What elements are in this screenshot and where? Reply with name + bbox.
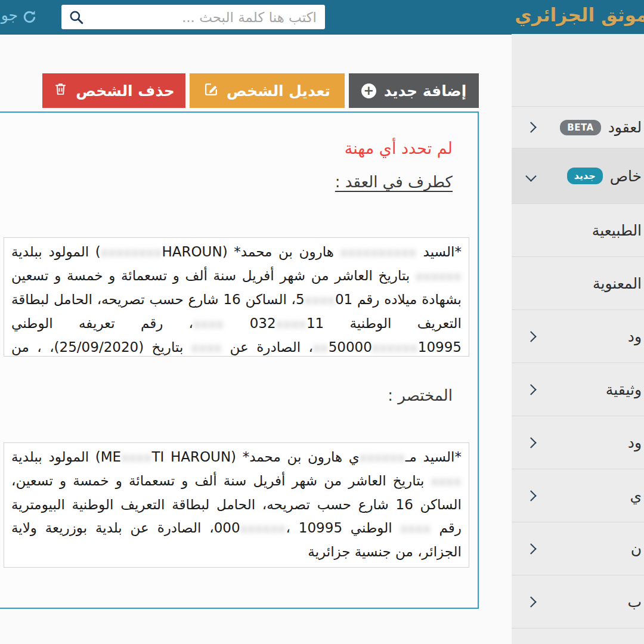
sidebar-item[interactable]: ود	[512, 310, 644, 363]
sidebar-header	[512, 34, 644, 107]
party-in-contract-label: كطرف في العقد :	[4, 173, 453, 191]
person-toolbar: إضافة جديد + تعديل الشخص حذف الشخص	[0, 73, 479, 108]
brand-title[interactable]: الموثق الجزائري	[515, 4, 644, 26]
chevron-icon	[525, 543, 536, 554]
app-screen: الموثق الجزائري جو إضافة جديد + تعديل ال	[0, 0, 644, 644]
topbar-partial-text[interactable]: جو	[0, 7, 18, 24]
sidebar-item-badge: جديد	[567, 168, 603, 184]
pencil-square-icon	[204, 82, 219, 100]
sidebar-item-labelwrap: ود	[628, 328, 642, 345]
chevron-icon	[525, 331, 536, 342]
sidebar-item-label: ي	[630, 487, 642, 504]
sidebar-item[interactable]: المعنوية	[512, 257, 644, 310]
sidebar-item-labelwrap: لعقود BETA	[560, 119, 642, 136]
sidebar-item-label: ود	[628, 328, 642, 345]
sidebar-item-label: ب	[627, 593, 642, 611]
sidebar-item-labelwrap: ود	[628, 434, 642, 451]
sidebar-item-label: خاص	[610, 168, 642, 185]
sidebar-item-labelwrap: المعنوية	[593, 275, 642, 292]
sidebar-item-badge: BETA	[560, 120, 600, 135]
sidebar-item-labelwrap: ي	[630, 487, 642, 504]
sidebar-item-labelwrap: ب	[627, 593, 642, 611]
sidebar-item[interactable]: ي	[512, 469, 644, 522]
sidebar-item[interactable]: وثيقية	[512, 363, 644, 416]
sidebar-item[interactable]: لعقود BETA	[512, 107, 644, 148]
sidebar-item-label: وثيقية	[606, 381, 642, 398]
plus-circle-icon: +	[361, 83, 376, 98]
chevron-icon	[525, 490, 536, 501]
delete-button-label: حذف الشخص	[76, 82, 175, 100]
search-box	[61, 5, 325, 29]
chevron-icon	[525, 122, 536, 132]
sidebar-item[interactable]: ن	[512, 522, 644, 575]
summary-textarea[interactable]: *السيد مـxxxxxxي هارون بن محمد* (MExxxxT…	[4, 442, 469, 568]
sidebar-item-labelwrap: الطبيعية	[592, 222, 642, 239]
delete-person-button[interactable]: حذف الشخص	[42, 73, 185, 108]
full-description-textarea[interactable]: *السيد xxxxxxxxxx هارون بن محمد* (xxxxxx…	[4, 237, 469, 357]
chevron-icon	[525, 437, 536, 448]
edit-button-label: تعديل الشخص	[227, 82, 330, 100]
chevron-icon	[525, 596, 536, 607]
sidebar-item-label: لعقود	[608, 119, 642, 136]
sidebar-item-label: الطبيعية	[592, 222, 642, 239]
person-details-panel: لم تحدد أي مهنة كطرف في العقد : *السيد x…	[0, 112, 479, 609]
sidebar-item-label: ن	[631, 540, 642, 558]
search-icon[interactable]	[69, 10, 84, 25]
add-new-button[interactable]: إضافة جديد +	[349, 73, 479, 108]
edit-person-button[interactable]: تعديل الشخص	[190, 73, 345, 108]
add-button-label: إضافة جديد	[384, 82, 467, 100]
summary-label: المختصر :	[4, 386, 453, 404]
sidebar-item-labelwrap: ن	[631, 540, 642, 558]
search-input[interactable]	[61, 5, 325, 29]
chevron-icon	[525, 384, 536, 395]
trash-icon	[53, 82, 68, 100]
chevron-icon	[525, 171, 536, 181]
sidebar-item-label: ود	[628, 434, 642, 451]
sidebar-item[interactable]: الطبيعية	[512, 204, 644, 257]
no-profession-warning: لم تحدد أي مهنة	[4, 139, 453, 157]
sidebar-item[interactable]: ب	[512, 575, 644, 628]
sidebar-item[interactable]: ود	[512, 416, 644, 469]
sidebar-item-labelwrap: وثيقية	[606, 381, 642, 398]
top-navbar: الموثق الجزائري جو	[0, 0, 644, 35]
sidebar-item-label: المعنوية	[593, 275, 642, 292]
sidebar-item-labelwrap: خاص جديد	[567, 168, 642, 185]
refresh-icon[interactable]	[21, 9, 38, 25]
sidebar-menu: لعقود BETA خاص جديد الطبيعية المعنوية	[512, 34, 644, 644]
sidebar-item[interactable]: خاص جديد	[512, 148, 644, 204]
